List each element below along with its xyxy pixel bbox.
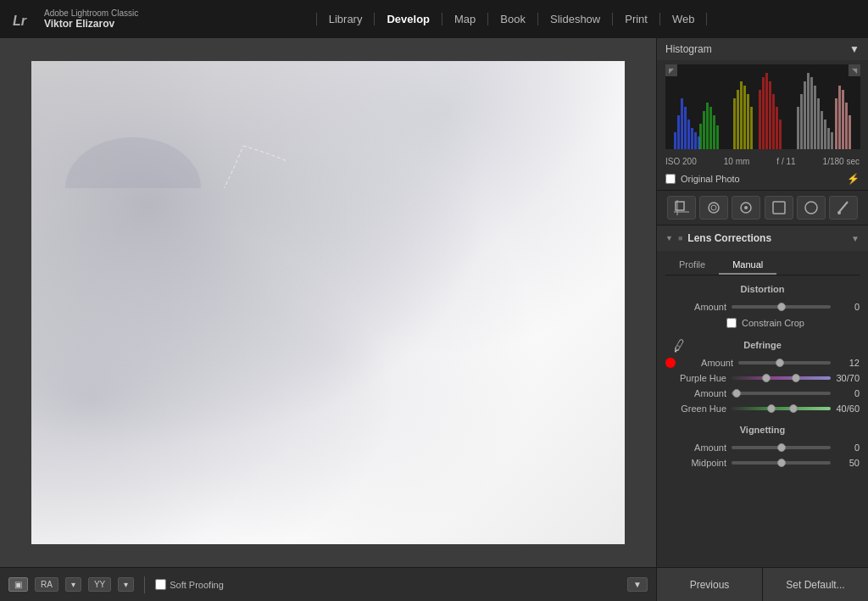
svg-rect-37 [807,73,810,149]
svg-rect-12 [691,128,693,149]
radial-filter-button[interactable] [797,196,826,220]
histogram-chart [665,64,860,149]
flash-icon[interactable]: ⚡ [847,173,860,185]
vignetting-amount-row: Amount 0 [657,440,868,455]
nav-book[interactable]: Book [488,13,538,25]
histogram-shadow-btn[interactable]: ◤ [665,64,677,76]
green-hue-label: Green Hue [665,403,726,414]
nav-library[interactable]: Library [316,13,376,25]
svg-rect-10 [684,107,687,149]
svg-rect-38 [810,77,813,149]
defringe-header-area: Defringe 🖊 [657,340,868,350]
purple-hue-left-thumb [762,374,771,382]
photo-background [31,61,625,544]
purple-hue-slider[interactable] [732,376,831,380]
fit-label: RA [41,580,53,589]
previous-button[interactable]: Previous [657,568,763,601]
histogram-meta: ISO 200 10 mm f / 11 1/180 sec [657,153,868,170]
svg-rect-45 [835,98,837,149]
toolbar-dropdown-button[interactable]: ▼ [627,577,648,592]
defringe-amount-thumb [776,359,784,367]
histogram-highlight-btn[interactable]: ◥ [849,64,860,76]
crop-tool-button[interactable] [667,196,696,220]
distortion-amount-slider[interactable] [732,305,831,309]
defringe-amount2-slider[interactable] [732,392,831,395]
constrain-crop-checkbox[interactable] [726,318,737,328]
defringe-amount-label: Amount [682,358,733,368]
lens-corrections-collapse-icon: ▼ [665,234,673,242]
red-indicator [665,358,676,368]
svg-rect-44 [831,132,833,149]
crop-button[interactable]: YY [88,577,111,592]
spot-removal-button[interactable] [699,196,728,220]
svg-rect-42 [824,120,826,149]
distortion-label: Distortion [657,284,868,294]
distortion-amount-label: Amount [665,302,726,312]
svg-rect-22 [737,90,739,149]
app-title: Adobe Lightroom Classic Viktor Elizarov [44,8,138,30]
photo-canvas[interactable] [31,61,625,544]
nav-print[interactable]: Print [613,13,660,25]
image-container [0,38,656,567]
vignetting-midpoint-thumb [777,459,786,467]
svg-rect-24 [743,86,746,149]
defringe-amount-value: 12 [836,358,860,368]
fit-button[interactable]: RA [35,577,58,592]
graduated-filter-button[interactable] [765,196,793,220]
set-default-button[interactable]: Set Default... [763,568,868,601]
soft-proofing-toggle[interactable]: Soft Proofing [155,579,224,590]
top-navigation: Lr Adobe Lightroom Classic Viktor Elizar… [0,0,868,38]
svg-rect-43 [827,128,830,149]
vignetting-midpoint-value: 50 [836,458,860,468]
svg-point-60 [837,211,841,214]
svg-rect-19 [713,115,715,149]
distortion-amount-row: Amount 0 [657,299,868,314]
defringe-label: Defringe [657,340,868,350]
toolbar-dropdown[interactable]: ▼ [627,577,648,592]
adjustment-brush-button[interactable] [829,196,858,220]
toolbar-separator [144,576,145,593]
compare-button[interactable]: ▾ [65,577,81,592]
nav-slideshow[interactable]: Slideshow [538,13,613,25]
lens-corrections-menu[interactable]: ▼ [851,234,860,243]
green-hue-right-thumb [789,404,798,413]
original-photo-row: Original Photo ⚡ [657,170,868,190]
vignetting-midpoint-label: Midpoint [665,458,726,468]
green-hue-row: Green Hue 40/60 [657,401,868,416]
view-mode-button[interactable]: ▣ [8,577,28,592]
svg-text:Lr: Lr [13,14,27,28]
soft-proofing-checkbox[interactable] [155,579,166,590]
lens-corrections-header[interactable]: ▼ ■ Lens Corrections ▼ [657,225,868,251]
defringe-amount-slider[interactable] [738,361,831,364]
image-panel: ▣ RA ▾ YY ▾ Soft Proofing ▼ [0,38,656,601]
soft-proofing-label: Soft Proofing [170,580,224,590]
svg-rect-47 [842,90,844,149]
svg-point-56 [744,206,748,209]
svg-point-2 [65,137,201,188]
svg-rect-48 [845,103,848,149]
panel-content[interactable]: ▼ ■ Lens Corrections ▼ Profile Manual Di… [657,225,868,567]
nav-web[interactable]: Web [660,13,708,25]
vignetting-amount-value: 0 [836,442,860,453]
nav-develop[interactable]: Develop [375,13,442,25]
vignetting-amount-slider[interactable] [732,446,831,449]
histogram-menu-icon[interactable]: ▼ [849,43,860,55]
svg-rect-31 [772,94,775,149]
vignetting-midpoint-slider[interactable] [732,461,831,465]
svg-rect-33 [779,120,782,149]
original-photo-checkbox[interactable] [665,174,676,184]
red-eye-button[interactable] [732,196,760,220]
svg-rect-32 [776,107,778,149]
svg-line-59 [839,202,848,212]
purple-hue-row: Purple Hue 30/70 [657,370,868,386]
purple-hue-label: Purple Hue [665,373,726,383]
green-hue-slider[interactable] [732,407,831,410]
histogram-title: Histogram [665,43,712,55]
nav-map[interactable]: Map [442,13,488,25]
tab-profile[interactable]: Profile [665,256,719,275]
svg-rect-11 [687,120,690,149]
lens-tabs: Profile Manual [665,256,860,275]
crop-arrow-button[interactable]: ▾ [118,577,134,592]
vignetting-amount-thumb [777,443,786,452]
tab-manual[interactable]: Manual [719,256,776,275]
